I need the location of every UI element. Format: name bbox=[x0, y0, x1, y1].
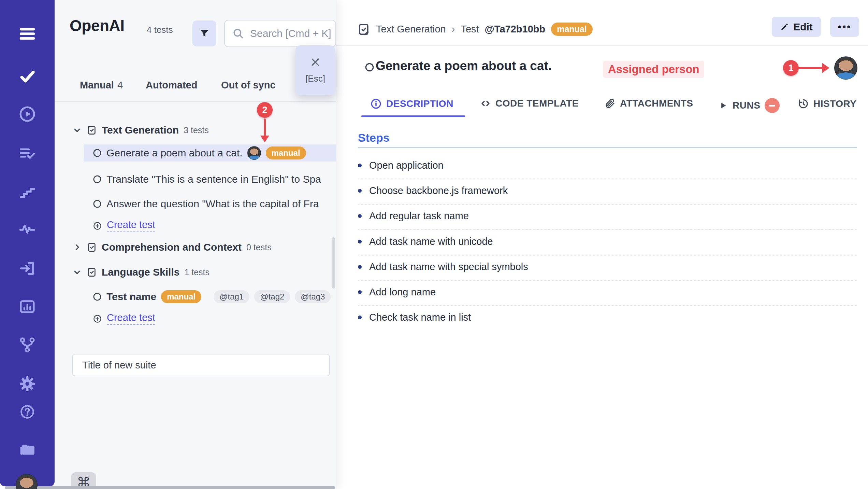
create-test-row[interactable]: Create test bbox=[93, 310, 155, 327]
sign-in-icon[interactable] bbox=[18, 259, 37, 278]
suites-panel: OpenAI 4 tests Search [Cmd + K] [Esc] Ma… bbox=[55, 0, 336, 489]
annotation-arrow-1-stem bbox=[798, 67, 823, 69]
search-input[interactable]: Search [Cmd + K] bbox=[224, 20, 336, 47]
suite-count: 3 tests bbox=[184, 125, 209, 135]
test-status-circle-icon bbox=[93, 149, 102, 157]
more-options-button[interactable]: ••• bbox=[830, 17, 859, 37]
steps-heading-underline bbox=[358, 147, 857, 148]
search-placeholder: Search [Cmd + K] bbox=[250, 28, 331, 39]
filter-funnel-icon bbox=[199, 28, 210, 39]
step-separator bbox=[358, 305, 857, 306]
step-item[interactable]: Check task name in list bbox=[358, 312, 471, 323]
tab-description-label: DESCRIPTION bbox=[386, 98, 453, 109]
manual-badge: manual bbox=[161, 290, 201, 303]
close-icon[interactable] bbox=[309, 56, 321, 68]
step-text: Add task name with special symbols bbox=[369, 261, 528, 273]
tab-manual-count: 4 bbox=[117, 80, 123, 91]
test-row-translate[interactable]: Translate "This is a sentence in English… bbox=[93, 171, 336, 188]
tag-pill[interactable]: @tag2 bbox=[254, 290, 290, 303]
step-item[interactable]: Add task name with unicode bbox=[358, 236, 493, 247]
chevron-down-icon[interactable] bbox=[72, 125, 82, 135]
suite-row-comprehension[interactable]: Comprehension and Context 0 tests bbox=[72, 239, 272, 256]
step-separator bbox=[358, 255, 857, 255]
suite-row-language-skills[interactable]: Language Skills 1 tests bbox=[72, 264, 209, 281]
tab-out-of-sync[interactable]: Out of sync bbox=[221, 80, 276, 91]
sidebar-user-avatar[interactable] bbox=[16, 474, 38, 489]
suite-row-text-generation[interactable]: Text Generation 3 tests bbox=[72, 122, 209, 139]
tab-history[interactable]: HISTORY bbox=[797, 98, 856, 110]
play-circle-icon[interactable] bbox=[18, 104, 37, 124]
test-detail-panel: Text Generation › Test @Ta72b10bb manual… bbox=[336, 0, 868, 489]
breadcrumb-test-id[interactable]: @Ta72b10bb bbox=[485, 24, 546, 35]
tab-automated[interactable]: Automated bbox=[146, 80, 197, 91]
step-separator bbox=[358, 204, 857, 205]
suite-count: 0 tests bbox=[246, 242, 272, 252]
step-item[interactable]: Add long name bbox=[358, 287, 436, 298]
pencil-icon bbox=[780, 22, 789, 31]
new-suite-placeholder: Title of new suite bbox=[82, 360, 156, 371]
test-label: Generate a poem about a cat. bbox=[106, 147, 243, 159]
step-text: Open application bbox=[369, 160, 444, 171]
tabs-divider bbox=[55, 101, 336, 102]
settings-gear-icon[interactable] bbox=[18, 374, 37, 393]
manual-badge: manual bbox=[266, 146, 306, 159]
tab-manual[interactable]: Manual 4 bbox=[80, 80, 123, 91]
test-row-answer[interactable]: Answer the question "What is the capital… bbox=[93, 195, 336, 212]
tag-pill[interactable]: @tag1 bbox=[214, 290, 249, 303]
annotation-arrow-2-stem bbox=[264, 118, 266, 136]
help-icon[interactable] bbox=[18, 402, 37, 421]
tab-code-template[interactable]: CODE TEMPLATE bbox=[480, 98, 579, 109]
suite-label: Text Generation bbox=[102, 124, 179, 136]
esc-hint-label: [Esc] bbox=[305, 73, 325, 84]
step-item[interactable]: Open application bbox=[358, 160, 444, 171]
create-test-row[interactable]: Create test bbox=[93, 217, 155, 234]
breadcrumb-suite[interactable]: Text Generation bbox=[376, 24, 446, 35]
new-suite-title-input[interactable]: Title of new suite bbox=[72, 354, 330, 376]
step-text: Check task name in list bbox=[369, 312, 471, 323]
filter-button[interactable] bbox=[192, 20, 216, 46]
info-icon bbox=[370, 98, 382, 110]
step-item[interactable]: Add regular task name bbox=[358, 210, 469, 222]
step-bullet-icon bbox=[358, 214, 362, 218]
branch-icon[interactable] bbox=[18, 335, 37, 354]
tab-automated-label: Automated bbox=[146, 80, 197, 91]
annotation-marker-1: 1 bbox=[783, 60, 799, 76]
active-tab-underline bbox=[361, 115, 465, 117]
test-status-circle-icon bbox=[365, 62, 374, 72]
assignee-avatar-large[interactable] bbox=[834, 56, 857, 80]
step-item[interactable]: Add task name with special symbols bbox=[358, 261, 528, 273]
close-search-tooltip[interactable]: [Esc] bbox=[295, 45, 335, 95]
app-root: OpenAI 4 tests Search [Cmd + K] [Esc] Ma… bbox=[0, 0, 868, 489]
tab-runs-label: RUNS bbox=[733, 100, 760, 111]
create-test-link[interactable]: Create test bbox=[107, 219, 155, 232]
folder-icon[interactable] bbox=[18, 439, 37, 459]
assignee-avatar[interactable] bbox=[247, 146, 261, 160]
tab-attachments[interactable]: ATTACHMENTS bbox=[605, 98, 693, 109]
test-row-generate-poem[interactable]: Generate a poem about a cat. manual bbox=[84, 144, 336, 162]
activity-pulse-icon[interactable] bbox=[18, 220, 37, 239]
history-icon bbox=[797, 98, 809, 110]
runs-blocked-badge-icon bbox=[765, 98, 780, 113]
chevron-down-icon[interactable] bbox=[72, 267, 82, 277]
tab-description[interactable]: DESCRIPTION bbox=[370, 98, 453, 110]
suite-label: Language Skills bbox=[102, 266, 179, 278]
tag-pill[interactable]: @tag3 bbox=[295, 290, 331, 303]
tab-code-template-label: CODE TEMPLATE bbox=[495, 98, 579, 109]
test-row-test-name[interactable]: Test name manual @tag1 @tag2 @tag3 bbox=[93, 288, 331, 305]
chevron-right-icon[interactable] bbox=[72, 242, 82, 252]
panel-vertical-scrollbar[interactable] bbox=[332, 237, 335, 289]
horizontal-scrollbar[interactable] bbox=[5, 486, 335, 489]
tests-check-icon[interactable] bbox=[18, 67, 37, 86]
menu-icon[interactable] bbox=[18, 24, 37, 43]
test-status-circle-icon bbox=[93, 175, 102, 184]
create-test-link[interactable]: Create test bbox=[107, 312, 155, 325]
step-bullet-icon bbox=[358, 164, 362, 167]
test-title: Generate a poem about a cat. bbox=[376, 59, 552, 73]
stairs-icon[interactable] bbox=[18, 182, 37, 201]
list-check-icon[interactable] bbox=[18, 143, 37, 163]
tab-runs[interactable]: RUNS bbox=[719, 98, 780, 113]
step-item[interactable]: Choose backbone.js framework bbox=[358, 185, 508, 196]
edit-button[interactable]: Edit bbox=[772, 17, 821, 37]
bar-chart-icon[interactable] bbox=[18, 297, 37, 316]
edit-button-label: Edit bbox=[793, 21, 813, 33]
